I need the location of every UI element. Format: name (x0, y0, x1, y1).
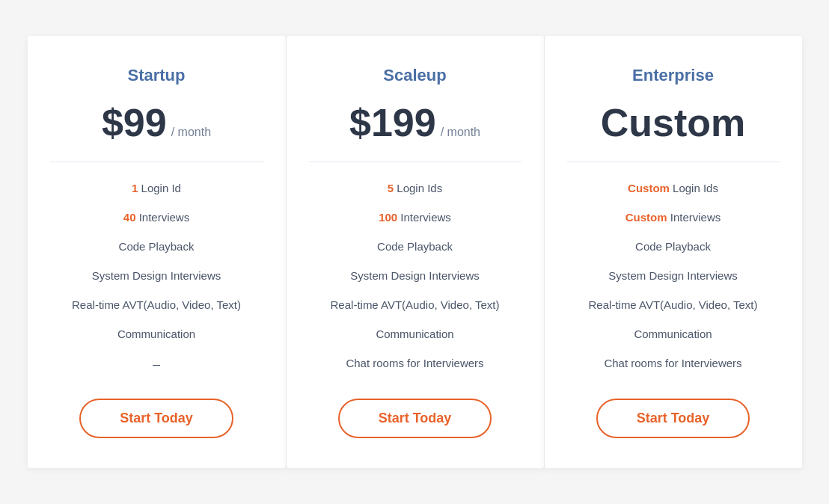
feature-item-startup-5: Communication (117, 326, 195, 342)
price-period-startup: / month (171, 126, 211, 139)
feature-item-startup-4: Real-time AVT(Audio, Video, Text) (72, 297, 241, 313)
price-row-scaleup: $199/ month (349, 103, 480, 142)
pricing-card-startup: Startup$99/ month1 Login Id40 Interviews… (28, 36, 286, 467)
feature-item-scaleup-1: 100 Interviews (379, 209, 451, 225)
feature-highlight-enterprise-1: Custom (625, 211, 667, 224)
pricing-card-scaleup: Scaleup$199/ month5 Login Ids100 Intervi… (286, 36, 544, 467)
features-list-enterprise: Custom Login IdsCustom InterviewsCode Pl… (567, 180, 780, 374)
feature-item-startup-0: 1 Login Id (132, 180, 181, 196)
feature-item-enterprise-5: Communication (634, 326, 712, 342)
feature-item-scaleup-2: Code Playback (377, 239, 453, 254)
price-period-scaleup: / month (441, 126, 480, 139)
feature-highlight-enterprise-0: Custom (628, 182, 670, 194)
feature-item-scaleup-4: Real-time AVT(Audio, Video, Text) (331, 297, 500, 313)
price-row-startup: $99/ month (102, 103, 211, 142)
pricing-card-enterprise: EnterpriseCustomCustom Login IdsCustom I… (544, 36, 802, 467)
feature-item-startup-3: System Design Interviews (92, 268, 221, 283)
feature-item-startup-2: Code Playback (119, 239, 195, 254)
feature-item-enterprise-2: Code Playback (635, 239, 711, 254)
plan-name-enterprise: Enterprise (632, 66, 714, 85)
feature-highlight-startup-0: 1 (132, 182, 138, 194)
start-button-startup[interactable]: Start Today (79, 399, 233, 438)
price-amount-scaleup: $199 (349, 103, 436, 142)
feature-item-enterprise-6: Chat rooms for Interviewers (604, 355, 741, 371)
feature-highlight-scaleup-1: 100 (379, 211, 397, 224)
feature-item-startup-6: – (153, 355, 160, 374)
price-row-enterprise: Custom (601, 103, 746, 142)
price-amount-startup: $99 (102, 103, 167, 142)
start-button-enterprise[interactable]: Start Today (596, 399, 750, 438)
features-list-scaleup: 5 Login Ids100 InterviewsCode PlaybackSy… (309, 180, 521, 374)
feature-highlight-startup-1: 40 (123, 211, 136, 224)
feature-item-enterprise-3: System Design Interviews (608, 268, 738, 283)
feature-item-enterprise-0: Custom Login Ids (628, 180, 718, 196)
feature-item-scaleup-6: Chat rooms for Interviewers (346, 355, 483, 371)
divider-startup (50, 162, 263, 162)
feature-item-enterprise-1: Custom Interviews (625, 209, 721, 225)
divider-scaleup (309, 162, 521, 162)
price-amount-enterprise: Custom (601, 103, 746, 142)
plan-name-startup: Startup (128, 66, 186, 85)
feature-item-scaleup-3: System Design Interviews (350, 268, 480, 283)
features-list-startup: 1 Login Id40 InterviewsCode PlaybackSyst… (50, 180, 263, 374)
pricing-container: Startup$99/ month1 Login Id40 Interviews… (0, 21, 829, 482)
feature-item-startup-1: 40 Interviews (123, 209, 189, 225)
plan-name-scaleup: Scaleup (383, 66, 446, 85)
feature-item-scaleup-5: Communication (376, 326, 453, 342)
feature-item-enterprise-4: Real-time AVT(Audio, Video, Text) (589, 297, 758, 313)
feature-highlight-scaleup-0: 5 (388, 182, 394, 194)
divider-enterprise (567, 162, 780, 162)
feature-item-scaleup-0: 5 Login Ids (388, 180, 442, 196)
start-button-scaleup[interactable]: Start Today (338, 399, 492, 438)
